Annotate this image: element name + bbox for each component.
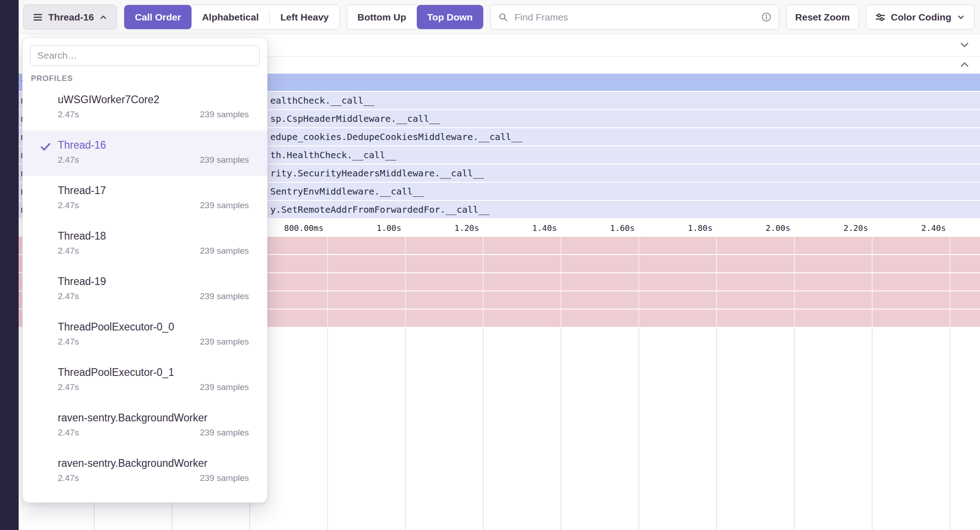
profile-samples: 239 samples	[200, 110, 249, 120]
axis-tick: 1.00s	[323, 223, 401, 233]
thread-dropdown-panel: PROFILES uWSGIWorker7Core2 2.47s 239 sam…	[22, 37, 268, 503]
profile-item[interactable]: Thread-19 2.47s 239 samples	[23, 267, 267, 312]
thread-selector-label: Thread-16	[48, 12, 94, 23]
thread-search-input[interactable]	[30, 45, 260, 66]
profile-item[interactable]: Thread-17 2.47s 239 samples	[23, 176, 267, 221]
find-frames-input[interactable]	[514, 11, 756, 23]
profile-samples: 239 samples	[200, 473, 249, 483]
frame-label: SentryEnvMiddleware.__call__	[270, 183, 424, 200]
color-coding-label: Color Coding	[891, 12, 951, 23]
profile-samples: 239 samples	[200, 200, 249, 210]
expand-panel-button[interactable]	[956, 59, 973, 72]
profile-name: Thread-18	[58, 229, 249, 243]
toolbar: Thread-16 Call Order Alphabetical Left H…	[19, 0, 980, 35]
profile-item[interactable]: Thread-18 2.47s 239 samples	[23, 221, 267, 267]
profile-item[interactable]: ThreadPoolExecutor-0_0 2.47s 239 samples	[23, 312, 267, 358]
frame-label: th.HealthCheck.__call__	[270, 146, 396, 164]
profile-duration: 2.47s	[58, 382, 79, 392]
profile-name: raven-sentry.BackgroundWorker	[58, 411, 249, 425]
profile-name: Thread-16	[58, 138, 249, 152]
sort-option-call-order[interactable]: Call Order	[124, 5, 192, 29]
reset-zoom-button[interactable]: Reset Zoom	[786, 5, 859, 30]
sort-order-group: Call Order Alphabetical Left Heavy	[124, 5, 339, 30]
axis-tick: 1.80s	[634, 223, 712, 233]
profile-name: Thread-17	[58, 184, 249, 197]
profile-duration: 2.47s	[58, 473, 79, 483]
axis-tick: 2.40s	[868, 223, 946, 233]
axis-tick: 2.00s	[712, 223, 790, 233]
frame-label: y.SetRemoteAddrFromForwardedFor.__call__	[270, 201, 490, 218]
profile-duration: 2.47s	[58, 200, 79, 210]
profile-samples: 239 samples	[200, 291, 249, 301]
profiler-app: Thread-16 Call Order Alphabetical Left H…	[0, 0, 980, 530]
thread-selector-button[interactable]: Thread-16	[23, 5, 117, 30]
profile-name: raven-sentry.BackgroundWorker	[58, 456, 249, 470]
axis-tick: 1.40s	[479, 223, 557, 233]
profile-item[interactable]: raven-sentry.BackgroundWorker 2.47s 239 …	[23, 449, 267, 494]
info-icon[interactable]	[761, 12, 772, 22]
axis-tick: 1.60s	[556, 223, 635, 233]
chevron-down-icon	[956, 13, 965, 22]
chevron-down-icon	[958, 41, 971, 49]
profile-samples: 239 samples	[200, 382, 249, 392]
profile-samples: 239 samples	[200, 155, 249, 165]
profile-duration: 2.47s	[58, 291, 79, 301]
profile-duration: 2.47s	[58, 428, 79, 438]
sort-option-alphabetical[interactable]: Alphabetical	[192, 5, 269, 29]
search-icon	[498, 12, 508, 22]
profiles-section-label: PROFILES	[31, 74, 267, 83]
profile-item-selected[interactable]: Thread-16 2.47s 239 samples	[23, 130, 267, 176]
profile-name: ThreadPoolExecutor-0_0	[58, 320, 249, 334]
profile-duration: 2.47s	[58, 110, 79, 120]
profile-duration: 2.47s	[58, 337, 79, 347]
frame-label: rity.SecurityHeadersMiddleware.__call__	[270, 165, 484, 182]
axis-tick: 1.20s	[401, 223, 479, 233]
profile-name: Thread-19	[58, 275, 249, 288]
profile-name: uWSGIWorker7Core2	[58, 93, 249, 106]
collapse-panel-button[interactable]	[956, 39, 973, 52]
direction-top-down[interactable]: Top Down	[417, 5, 483, 29]
frame-label: ealthCheck.__call__	[270, 92, 374, 109]
axis-tick: 2.20s	[790, 223, 868, 233]
profile-samples: 239 samples	[200, 246, 249, 256]
direction-group: Bottom Up Top Down	[347, 5, 484, 30]
chevron-up-icon	[99, 13, 108, 22]
profile-item[interactable]: ThreadPoolExecutor-0_1 2.47s 239 samples	[23, 358, 267, 403]
profile-samples: 239 samples	[200, 428, 249, 438]
color-coding-button[interactable]: Color Coding	[866, 5, 975, 30]
profile-duration: 2.47s	[58, 246, 79, 256]
sort-option-left-heavy[interactable]: Left Heavy	[270, 5, 339, 29]
find-frames-field[interactable]	[490, 5, 779, 30]
check-icon	[39, 140, 52, 153]
app-sidebar-strip	[0, 0, 19, 530]
profile-samples: 239 samples	[200, 337, 249, 347]
list-icon	[32, 12, 43, 23]
profile-item[interactable]: raven-sentry.BackgroundWorker 2.47s 239 …	[23, 403, 267, 449]
sliders-icon	[875, 12, 886, 23]
direction-bottom-up[interactable]: Bottom Up	[347, 5, 417, 29]
profile-duration: 2.47s	[58, 155, 79, 165]
profile-item[interactable]: uWSGIWorker7Core2 2.47s 239 samples	[23, 85, 267, 130]
chevron-up-icon	[958, 61, 971, 69]
frame-label: sp.CspHeaderMiddleware.__call__	[270, 110, 440, 127]
frame-label: edupe_cookies.DedupeCookiesMiddleware.__…	[270, 128, 522, 145]
profile-name: ThreadPoolExecutor-0_1	[58, 365, 249, 379]
